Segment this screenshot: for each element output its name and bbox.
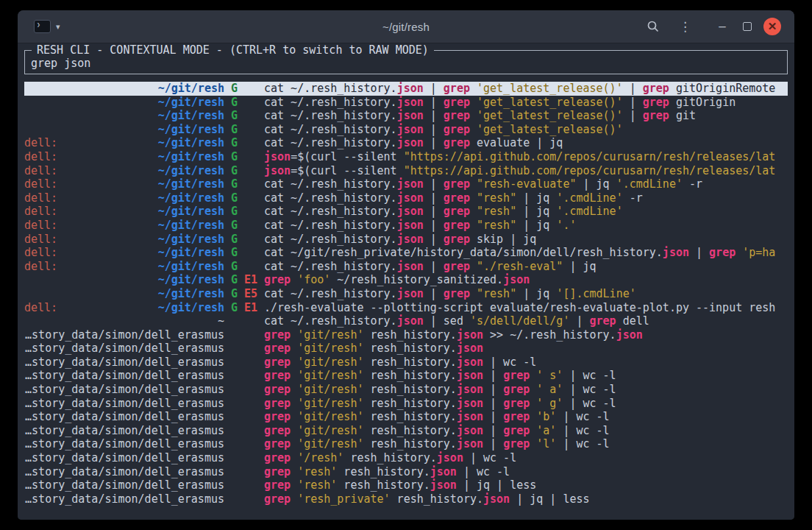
search-button[interactable]: [647, 20, 660, 33]
command-segment: grep: [444, 82, 470, 95]
history-row[interactable]: dell:~/git/reshGcat ~/.resh_history.json…: [24, 191, 788, 205]
history-row[interactable]: …story_data/simon/dell_erasmusgrep 'git/…: [24, 342, 788, 356]
command-segment: [291, 424, 297, 437]
menu-kebab-icon[interactable]: ⋮: [679, 19, 691, 35]
command-text: grep 'git/resh' resh_history.json | grep…: [264, 369, 788, 383]
command-text: grep 'git/resh' resh_history.json | wc -…: [264, 356, 788, 370]
history-row[interactable]: dell:~/git/reshGcat ~/.resh_history.json…: [24, 260, 788, 274]
host-label: dell:: [24, 301, 57, 315]
row-left-column: ~/git/resh: [24, 109, 224, 123]
command-segment: [291, 356, 297, 369]
history-row[interactable]: …story_data/simon/dell_erasmusgrep 'git/…: [24, 369, 788, 383]
history-row[interactable]: dell:~/git/reshGjson=$(curl --silent "ht…: [24, 150, 788, 164]
command-segment: json: [397, 109, 424, 122]
host-label: dell:: [24, 260, 57, 274]
new-terminal-button[interactable]: ❯ ▾: [29, 17, 65, 36]
minimize-button[interactable]: –: [715, 19, 730, 34]
command-segment: [291, 397, 297, 410]
history-row[interactable]: dell:~/git/reshGcat ~/git/resh_private/h…: [24, 246, 788, 260]
command-text: grep 'foo' ~/resh_history_sanitized.json: [264, 273, 788, 287]
history-row-selected[interactable]: ~/git/reshGcat ~/.resh_history.json | gr…: [24, 82, 788, 96]
terminal-icon: ❯: [34, 20, 51, 33]
command-segment: grep: [444, 287, 470, 300]
command-segment: | jq: [516, 219, 556, 232]
command-segment: 'resh': [297, 478, 337, 492]
exit-code-flag: [238, 109, 257, 123]
history-row[interactable]: ~/git/reshGcat ~/.resh_history.json | gr…: [24, 123, 788, 137]
git-flag: G: [224, 150, 238, 164]
directory-label: …story_data/simon/dell_erasmus: [24, 437, 224, 451]
command-segment: |: [483, 437, 503, 451]
history-row[interactable]: ~/git/reshGE5cat ~/.resh_history.json | …: [24, 287, 788, 301]
history-row[interactable]: …story_data/simon/dell_erasmusgrep 'resh…: [24, 492, 788, 506]
history-row[interactable]: dell:~/git/reshGcat ~/.resh_history.json…: [24, 136, 788, 150]
history-row[interactable]: dell:~/git/reshGE1./resh-evaluate --plot…: [24, 301, 788, 315]
command-segment: [470, 109, 477, 122]
command-segment: -r: [683, 177, 702, 191]
exit-code-flag: [238, 328, 257, 342]
command-segment: json: [397, 136, 424, 149]
history-row[interactable]: ~/git/reshGcat ~/.resh_history.json | gr…: [24, 109, 788, 123]
history-row[interactable]: …story_data/simon/dell_erasmusgrep 'git/…: [24, 410, 788, 424]
history-row[interactable]: …story_data/simon/dell_erasmusgrep 'git/…: [24, 383, 788, 397]
command-segment: json: [616, 328, 643, 342]
command-segment: git: [669, 109, 696, 122]
history-row[interactable]: dell:~/git/reshGjson=$(curl --silent "ht…: [24, 164, 788, 178]
command-segment: |: [424, 260, 444, 273]
command-segment: grep: [503, 369, 530, 382]
close-button[interactable]: ✕: [763, 18, 781, 35]
command-segment: |: [483, 424, 503, 437]
history-row[interactable]: …story_data/simon/dell_erasmusgrep 'git/…: [24, 424, 788, 438]
git-flag: G: [224, 205, 238, 219]
command-segment: |: [569, 314, 589, 328]
command-segment: [470, 82, 477, 95]
command-segment: grep: [264, 437, 291, 451]
history-row[interactable]: …story_data/simon/dell_erasmusgrep 'git/…: [24, 437, 788, 451]
row-left-column: dell:~/git/resh: [24, 150, 224, 164]
command-segment: [470, 177, 477, 191]
history-row[interactable]: …story_data/simon/dell_erasmusgrep 'git/…: [24, 328, 788, 342]
command-segment: grep: [444, 260, 470, 273]
command-segment: json: [437, 451, 463, 464]
history-row[interactable]: …story_data/simon/dell_erasmusgrep 'resh…: [24, 465, 788, 479]
command-segment: resh_history.: [363, 383, 456, 396]
git-flag: [224, 369, 238, 383]
history-row[interactable]: dell:~/git/reshGcat ~/.resh_history.json…: [24, 205, 788, 219]
command-segment: [291, 437, 297, 451]
history-row[interactable]: dell:~/git/reshGcat ~/.resh_history.json…: [24, 219, 788, 233]
command-segment: [291, 410, 297, 423]
history-row[interactable]: ~cat ~/.resh_history.json | sed 's/dell/…: [24, 314, 788, 328]
command-text: cat ~/.resh_history.json | grep 'get_lat…: [264, 123, 788, 137]
history-row[interactable]: dell:~/git/reshGcat ~/.resh_history.json…: [24, 233, 788, 247]
history-row[interactable]: ~/git/reshGcat ~/.resh_history.json | gr…: [24, 96, 788, 110]
history-row[interactable]: …story_data/simon/dell_erasmusgrep 'git/…: [24, 356, 788, 370]
command-segment: json: [264, 164, 291, 177]
command-segment: =$(curl --silent: [291, 150, 404, 163]
exit-code-flag: E5: [238, 287, 257, 301]
history-row[interactable]: …story_data/simon/dell_erasmusgrep 'resh…: [24, 478, 788, 492]
titlebar[interactable]: ❯ ▾ ~/git/resh ⋮ – ✕: [18, 10, 794, 43]
exit-code-flag: [238, 492, 257, 506]
history-row[interactable]: ~/git/reshGE1grep 'foo' ~/resh_history_s…: [24, 273, 788, 287]
command-text: grep 'git/resh' resh_history.json: [264, 342, 788, 356]
history-row[interactable]: …story_data/simon/dell_erasmusgrep 'git/…: [24, 397, 788, 411]
command-segment: grep: [264, 492, 291, 506]
command-segment: 'l': [536, 437, 556, 451]
restore-button[interactable]: [740, 22, 755, 31]
command-segment: resh_history.: [337, 478, 430, 492]
command-segment: |: [424, 233, 444, 246]
row-left-column: dell:~/git/resh: [24, 191, 224, 205]
history-row[interactable]: dell:~/git/reshGcat ~/.resh_history.json…: [24, 177, 788, 191]
command-segment: [530, 397, 536, 410]
command-segment: "resh": [477, 287, 516, 300]
git-flag: G: [224, 123, 238, 137]
command-segment: evaluate | jq: [470, 136, 563, 149]
row-left-column: dell:~/git/resh: [24, 219, 224, 233]
exit-code-flag: [238, 465, 257, 479]
history-row[interactable]: …story_data/simon/dell_erasmusgrep '/res…: [24, 451, 788, 465]
command-text: grep 'resh' resh_history.json | jq | les…: [264, 478, 788, 492]
command-segment: |: [424, 123, 444, 136]
git-flag: [224, 383, 238, 397]
command-segment: json: [663, 246, 689, 259]
command-segment: ~/resh_history_sanitized.: [330, 273, 503, 286]
